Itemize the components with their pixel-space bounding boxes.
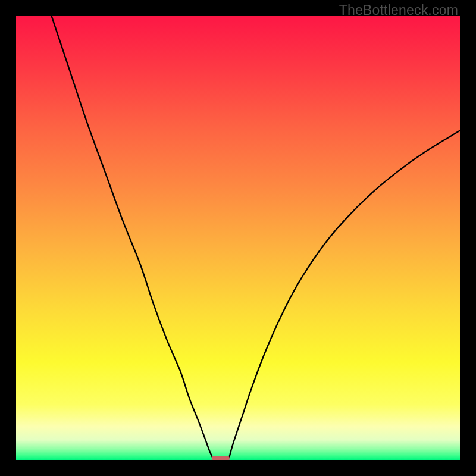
plot-area [16,16,460,460]
chart-frame: TheBottleneck.com [0,0,476,476]
chart-svg [16,16,460,460]
minimum-marker [212,456,230,460]
gradient-background [16,16,460,460]
